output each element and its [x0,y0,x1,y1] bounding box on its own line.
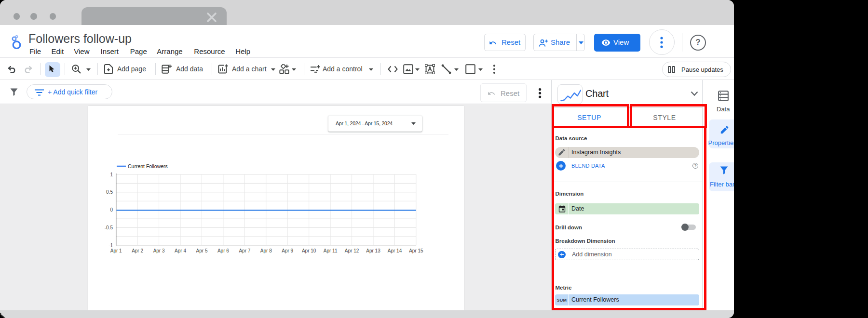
svg-text:0: 0 [110,207,113,212]
svg-text:0.5: 0.5 [106,189,113,195]
svg-text:Apr 15: Apr 15 [409,248,423,253]
svg-text:Apr 8: Apr 8 [260,248,272,253]
svg-text:-0.5: -0.5 [105,225,113,230]
svg-text:Apr 7: Apr 7 [239,248,250,253]
svg-text:Apr 4: Apr 4 [175,248,186,253]
svg-text:Apr 11: Apr 11 [324,248,338,253]
svg-text:Apr 12: Apr 12 [345,248,359,253]
svg-text:Apr 5: Apr 5 [196,248,208,253]
svg-text:Apr 13: Apr 13 [366,248,380,253]
svg-text:1: 1 [110,172,113,177]
svg-text:Apr 2: Apr 2 [132,248,143,253]
svg-text:Current Followers: Current Followers [128,163,168,169]
svg-text:Apr 9: Apr 9 [282,248,293,253]
svg-text:Apr 3: Apr 3 [153,248,165,253]
svg-text:Apr 1: Apr 1 [110,248,122,253]
svg-text:-1: -1 [108,243,113,248]
svg-text:Apr 10: Apr 10 [302,248,316,253]
svg-text:Apr 6: Apr 6 [217,248,229,253]
svg-text:Apr 14: Apr 14 [388,248,402,253]
